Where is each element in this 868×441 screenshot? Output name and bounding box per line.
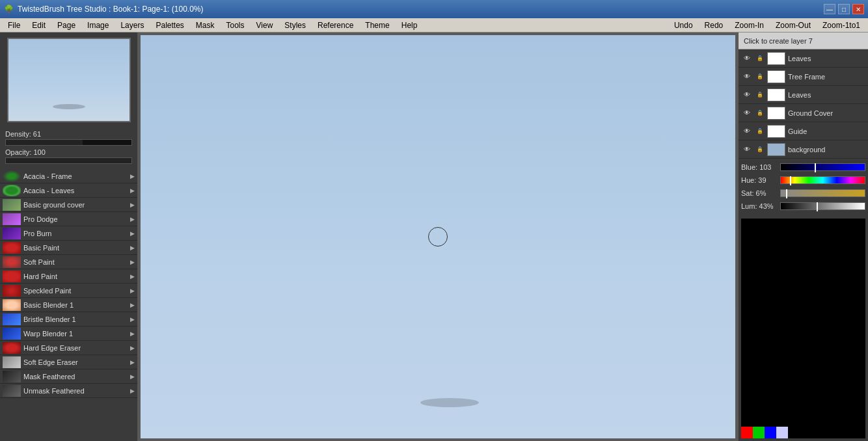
color-swatch[interactable] bbox=[753, 427, 765, 438]
minimize-button[interactable]: — bbox=[824, 4, 835, 14]
brush-arrow-icon: ▶ bbox=[130, 173, 135, 180]
brush-item[interactable]: Hard Edge Eraser▶ bbox=[0, 341, 137, 355]
brush-item[interactable]: Pro Burn▶ bbox=[0, 226, 137, 241]
brush-arrow-icon: ▶ bbox=[130, 230, 135, 237]
layer-row[interactable]: 👁🔒Guide bbox=[739, 122, 868, 140]
action-redo[interactable]: Redo bbox=[699, 20, 729, 31]
brush-icon bbox=[3, 271, 21, 282]
action-zoom-1to1[interactable]: Zoom-1to1 bbox=[817, 20, 865, 31]
canvas-tree-shadow bbox=[420, 398, 479, 407]
menu-edit[interactable]: Edit bbox=[27, 20, 51, 31]
brush-arrow-icon: ▶ bbox=[130, 216, 135, 222]
brush-item[interactable]: Pro Dodge▶ bbox=[0, 212, 137, 226]
brush-list[interactable]: Acacia - Frame▶Acacia - Leaves▶Basic gro… bbox=[0, 169, 137, 441]
layer-lock-icon[interactable]: 🔒 bbox=[754, 89, 766, 101]
layer-eye-icon[interactable]: 👁 bbox=[741, 89, 753, 101]
color-slider-label: Blue: 103 bbox=[741, 163, 780, 171]
brush-name: Hard Paint bbox=[23, 273, 130, 280]
layer-lock-icon[interactable]: 🔒 bbox=[754, 126, 766, 137]
layer-eye-icon[interactable]: 👁 bbox=[741, 107, 753, 119]
layer-row[interactable]: 👁🔒Leaves bbox=[739, 86, 868, 104]
brush-item[interactable]: Unmask Feathered▶ bbox=[0, 384, 137, 398]
color-slider-track[interactable] bbox=[780, 163, 865, 171]
layer-eye-icon[interactable]: 👁 bbox=[741, 71, 753, 83]
menu-styles[interactable]: Styles bbox=[279, 20, 311, 31]
brush-item[interactable]: Soft Paint▶ bbox=[0, 255, 137, 269]
sliders-area: Density: 61 Opacity: 100 bbox=[0, 127, 137, 169]
brush-item[interactable]: Basic Paint▶ bbox=[0, 241, 137, 255]
brush-item[interactable]: Bristle Blender 1▶ bbox=[0, 312, 137, 327]
menu-layers[interactable]: Layers bbox=[115, 20, 149, 31]
layer-lock-icon[interactable]: 🔒 bbox=[754, 53, 766, 64]
brush-item[interactable]: Speckled Paint▶ bbox=[0, 284, 137, 298]
brush-arrow-icon: ▶ bbox=[130, 388, 135, 394]
brush-name: Hard Edge Eraser bbox=[23, 344, 130, 352]
layer-row[interactable]: 👁🔒Leaves bbox=[739, 49, 868, 68]
color-slider-track[interactable] bbox=[780, 189, 865, 197]
brush-item[interactable]: Acacia - Frame▶ bbox=[0, 169, 137, 183]
menu-theme[interactable]: Theme bbox=[360, 20, 394, 31]
menu-reference[interactable]: Reference bbox=[312, 20, 359, 31]
brush-name: Pro Dodge bbox=[23, 215, 130, 223]
color-slider-label: Sat: 6% bbox=[741, 189, 780, 197]
brush-icon bbox=[3, 356, 21, 368]
layer-lock-icon[interactable]: 🔒 bbox=[754, 71, 766, 83]
brush-icon bbox=[3, 314, 21, 325]
menu-mask[interactable]: Mask bbox=[191, 20, 220, 31]
layer-eye-icon[interactable]: 👁 bbox=[741, 53, 753, 64]
menu-view[interactable]: View bbox=[251, 20, 278, 31]
layer-row[interactable]: 👁🔒Ground Cover bbox=[739, 104, 868, 122]
brush-item[interactable]: Soft Edge Eraser▶ bbox=[0, 355, 137, 369]
layer-eye-icon[interactable]: 👁 bbox=[741, 144, 753, 155]
opacity-slider[interactable] bbox=[5, 157, 132, 164]
brush-icon bbox=[3, 342, 21, 354]
menu-page[interactable]: Page bbox=[52, 20, 81, 31]
action-zoom-out[interactable]: Zoom-Out bbox=[770, 20, 816, 31]
menu-palettes[interactable]: Palettes bbox=[150, 20, 189, 31]
color-swatch[interactable] bbox=[741, 427, 753, 438]
color-swatch[interactable] bbox=[776, 427, 788, 438]
layer-row[interactable]: 👁🔒Tree Frame bbox=[739, 68, 868, 86]
brush-arrow-icon: ▶ bbox=[130, 359, 135, 366]
action-zoom-in[interactable]: Zoom-In bbox=[729, 20, 769, 31]
preview-thumbnail bbox=[7, 38, 131, 122]
brush-item[interactable]: Acacia - Leaves▶ bbox=[0, 183, 137, 198]
brush-item[interactable]: Basic ground cover▶ bbox=[0, 198, 137, 212]
brush-item[interactable]: Mask Feathered▶ bbox=[0, 369, 137, 384]
density-slider[interactable] bbox=[5, 139, 132, 146]
menu-help[interactable]: Help bbox=[396, 20, 423, 31]
action-undo[interactable]: Undo bbox=[669, 20, 698, 31]
brush-icon bbox=[3, 242, 21, 254]
app-title: TwistedBrush Tree Studio : Book-1: Page-… bbox=[18, 5, 203, 14]
brush-icon bbox=[3, 170, 21, 182]
color-swatch[interactable] bbox=[765, 427, 776, 438]
color-slider-track[interactable] bbox=[780, 202, 865, 210]
brush-arrow-icon: ▶ bbox=[130, 259, 135, 265]
menu-tools[interactable]: Tools bbox=[221, 20, 249, 31]
layer-eye-icon[interactable]: 👁 bbox=[741, 126, 753, 137]
layer-row[interactable]: 👁🔒background bbox=[739, 140, 868, 159]
brush-item[interactable]: Basic Blender 1▶ bbox=[0, 298, 137, 312]
canvas-area[interactable] bbox=[138, 33, 738, 441]
brush-arrow-icon: ▶ bbox=[130, 330, 135, 337]
brush-item[interactable]: Warp Blender 1▶ bbox=[0, 327, 137, 341]
brush-item[interactable]: Hard Paint▶ bbox=[0, 269, 137, 284]
close-button[interactable]: ✕ bbox=[852, 4, 864, 14]
layer-thumbnail bbox=[767, 70, 785, 83]
maximize-button[interactable]: □ bbox=[838, 4, 850, 14]
brush-name: Acacia - Leaves bbox=[23, 187, 130, 194]
canvas[interactable] bbox=[141, 35, 735, 438]
color-slider-track[interactable] bbox=[780, 176, 865, 184]
brush-name: Acacia - Frame bbox=[23, 172, 130, 180]
thumb-shadow bbox=[53, 104, 85, 109]
brush-name: Warp Blender 1 bbox=[23, 330, 130, 338]
create-layer-button[interactable]: Click to create layer 7 bbox=[739, 33, 868, 49]
layer-lock-icon[interactable]: 🔒 bbox=[754, 107, 766, 119]
brush-icon bbox=[3, 328, 21, 340]
density-row: Density: 61 bbox=[5, 130, 132, 146]
menu-image[interactable]: Image bbox=[82, 20, 114, 31]
layer-lock-icon[interactable]: 🔒 bbox=[754, 144, 766, 155]
menu-file[interactable]: File bbox=[3, 20, 25, 31]
brush-name: Unmask Feathered bbox=[23, 387, 130, 395]
brush-name: Soft Paint bbox=[23, 258, 130, 266]
